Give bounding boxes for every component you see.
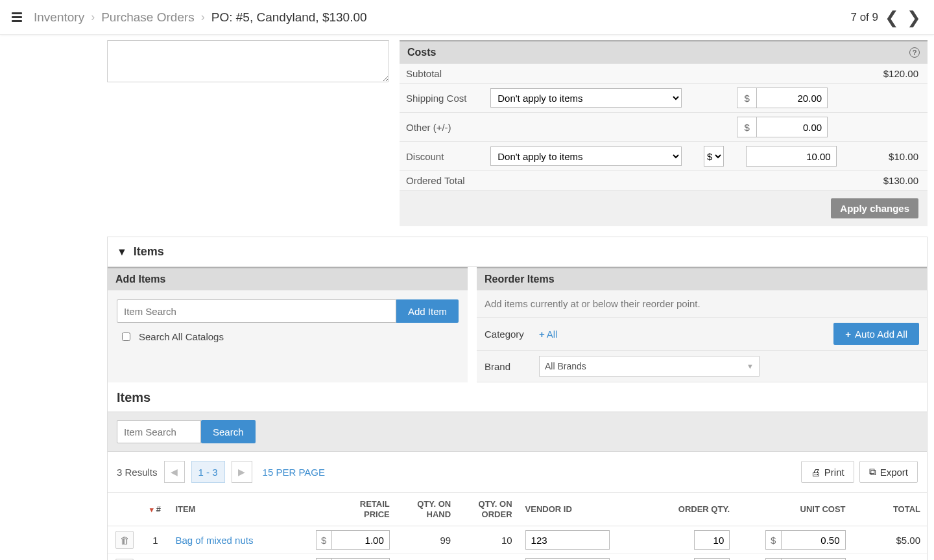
brand-select-value: All Brands <box>545 361 586 371</box>
trash-icon: 🗑 <box>120 535 130 546</box>
retail-price-input[interactable] <box>331 530 390 550</box>
discount-amount-input[interactable] <box>746 146 837 167</box>
shipping-label: Shipping Cost <box>400 84 484 113</box>
reorder-items-header: Reorder Items <box>485 274 555 285</box>
page-range[interactable]: 1 - 3 <box>191 461 225 483</box>
crumb-purchase-orders[interactable]: Purchase Orders <box>101 10 195 25</box>
col-order-qty[interactable]: ORDER QTY. <box>634 493 736 526</box>
notes-textarea[interactable] <box>107 40 389 82</box>
col-qty-order[interactable]: QTY. ONORDER <box>457 493 518 526</box>
page-next-button[interactable]: ▶ <box>232 461 252 483</box>
other-label: Other (+/-) <box>400 113 484 142</box>
items-section-toggle[interactable]: ▼ Items <box>108 237 927 267</box>
items-table: ▾# ITEM RETAILPRICE QTY. ONHAND QTY. ONO… <box>108 492 927 560</box>
search-all-catalogs-label: Search All Catalogs <box>139 331 224 342</box>
page-prev-button[interactable]: ◀ <box>164 461 185 483</box>
order-qty-input[interactable] <box>694 530 730 550</box>
table-row: 🗑2Bag of coffee$050$$100.00 <box>108 554 927 560</box>
col-item[interactable]: ITEM <box>169 493 305 526</box>
ordered-total-value: $130.00 <box>843 171 928 191</box>
apply-changes-button[interactable]: Apply changes <box>831 198 918 218</box>
reorder-items-panel: Reorder Items Add items currently at or … <box>477 267 927 382</box>
row-number: 1 <box>141 526 169 554</box>
chevron-down-icon: ▼ <box>117 246 127 258</box>
plus-icon: + <box>845 329 851 340</box>
shipping-apply-select[interactable]: Don't apply to items <box>490 88 682 108</box>
shipping-amount-input[interactable] <box>756 88 828 108</box>
ordered-total-label: Ordered Total <box>400 171 484 191</box>
plus-icon: + <box>539 329 545 340</box>
discount-type-select[interactable]: $ <box>704 146 724 167</box>
costs-header: Costs <box>407 47 436 58</box>
items-search-button[interactable]: Search <box>201 420 256 443</box>
row-total: $100.00 <box>852 554 927 560</box>
items-sub-header: Items <box>108 382 927 412</box>
subtotal-value: $120.00 <box>843 64 928 84</box>
crumb-inventory[interactable]: Inventory <box>34 10 84 25</box>
reorder-hint: Add items currently at or below their re… <box>477 290 927 317</box>
vendor-id-input[interactable] <box>525 530 610 550</box>
sort-desc-icon[interactable]: ▾ <box>150 506 154 513</box>
per-page-link[interactable]: 15 PER PAGE <box>263 467 325 478</box>
col-vendor[interactable]: VENDOR ID <box>519 493 634 526</box>
items-card: ▼ Items Add Items Add Item Search All Ca… <box>107 237 928 560</box>
chevron-right-icon: › <box>201 10 205 24</box>
items-section-title: Items <box>134 245 164 259</box>
qty-on-hand: 99 <box>396 526 457 554</box>
delete-row-button[interactable]: 🗑 <box>115 531 134 549</box>
currency-prefix: $ <box>737 88 756 108</box>
discount-apply-select[interactable]: Don't apply to items <box>490 146 682 166</box>
export-icon: ⧉ <box>869 466 876 478</box>
subtotal-label: Subtotal <box>400 64 484 84</box>
export-button[interactable]: ⧉Export <box>859 461 918 483</box>
qty-on-order: 10 <box>457 526 518 554</box>
top-bar: Inventory › Purchase Orders › PO: #5, Ca… <box>0 0 934 35</box>
item-link[interactable]: Bag of mixed nuts <box>175 535 253 546</box>
col-num[interactable]: # <box>156 504 161 514</box>
add-item-button[interactable]: Add Item <box>396 299 459 323</box>
items-search-input[interactable] <box>117 420 201 443</box>
auto-add-all-button[interactable]: +Auto Add All <box>833 323 919 345</box>
category-all-link[interactable]: +All <box>539 329 557 340</box>
chevron-right-icon: › <box>91 10 95 24</box>
record-pager: 7 of 9 ❮ ❯ <box>850 9 922 26</box>
breadcrumb: Inventory › Purchase Orders › PO: #5, Ca… <box>12 10 367 25</box>
discount-value: $10.00 <box>843 142 928 171</box>
currency-prefix: $ <box>765 530 781 550</box>
next-record-icon[interactable]: ❯ <box>905 9 922 26</box>
currency-prefix: $ <box>316 530 331 550</box>
caret-down-icon: ▼ <box>747 362 754 370</box>
add-items-header: Add Items <box>115 274 165 285</box>
print-button[interactable]: 🖨Print <box>801 461 854 483</box>
col-total[interactable]: TOTAL <box>852 493 927 526</box>
brand-select[interactable]: All Brands ▼ <box>539 356 760 377</box>
other-amount-input[interactable] <box>756 117 828 137</box>
brand-label: Brand <box>485 361 530 372</box>
discount-label: Discount <box>400 142 484 171</box>
row-total: $5.00 <box>852 526 927 554</box>
qty-on-hand: 0 <box>396 554 457 560</box>
menu-icon[interactable] <box>12 12 22 22</box>
add-items-panel: Add Items Add Item Search All Catalogs <box>108 267 468 382</box>
table-row: 🗑1Bag of mixed nuts$9910$$5.00 <box>108 526 927 554</box>
costs-panel: Costs ? Subtotal $120.00 Shipping Cost D… <box>400 40 928 226</box>
col-retail[interactable]: RETAILPRICE <box>305 493 396 526</box>
search-all-catalogs-checkbox[interactable] <box>122 332 130 341</box>
currency-prefix: $ <box>737 117 756 137</box>
add-item-search-input[interactable] <box>117 299 396 323</box>
print-icon: 🖨 <box>811 467 820 478</box>
prev-record-icon[interactable]: ❮ <box>883 9 900 26</box>
pager-text: 7 of 9 <box>850 11 878 24</box>
category-label: Category <box>485 329 530 340</box>
qty-on-order: 50 <box>457 554 518 560</box>
results-count: 3 Results <box>117 467 158 478</box>
unit-cost-input[interactable] <box>781 530 846 550</box>
row-number: 2 <box>141 554 169 560</box>
col-qty-hand[interactable]: QTY. ONHAND <box>396 493 457 526</box>
crumb-current: PO: #5, Candyland, $130.00 <box>211 10 367 25</box>
help-icon[interactable]: ? <box>909 47 920 58</box>
col-unit-cost[interactable]: UNIT COST <box>736 493 852 526</box>
